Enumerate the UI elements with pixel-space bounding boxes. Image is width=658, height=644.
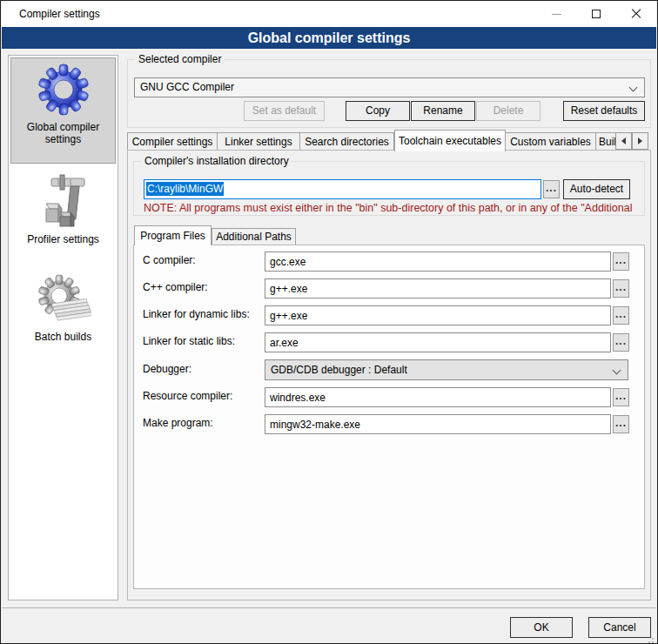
make-program-input[interactable] — [265, 414, 611, 434]
resize-grip[interactable] — [652, 638, 654, 640]
debugger-combobox[interactable]: GDB/CDB debugger : Default — [265, 359, 628, 380]
set-as-default-button[interactable]: Set as default — [244, 101, 325, 121]
caliper-icon — [36, 174, 91, 230]
sidebar-item-label: Global compiler settings — [11, 121, 115, 145]
arrow-left-icon — [621, 138, 626, 144]
page-title: Global compiler settings — [2, 27, 656, 49]
bin-subdirectory-note: NOTE: All programs must exist either in … — [144, 202, 646, 214]
sidebar-item-batch-builds[interactable]: Batch builds — [10, 268, 116, 343]
linker-static-label: Linker for static libs: — [143, 335, 235, 347]
linker-dynamic-label: Linker for dynamic libs: — [143, 308, 250, 320]
resource-compiler-input[interactable] — [265, 387, 611, 407]
linker-static-input[interactable] — [265, 332, 611, 352]
rename-button[interactable]: Rename — [411, 101, 475, 121]
chevron-down-icon — [629, 84, 638, 92]
tab-linker-settings[interactable]: Linker settings — [218, 132, 300, 151]
tab-program-files[interactable]: Program Files — [134, 225, 212, 245]
sidebar-item-label: Batch builds — [35, 331, 91, 343]
linker-static-browse-button[interactable]: ... — [613, 333, 629, 352]
arrow-right-icon — [638, 138, 642, 144]
sidebar-item-global-compiler-settings[interactable]: Global compiler settings — [10, 57, 116, 164]
close-icon — [631, 9, 641, 19]
linker-dynamic-input[interactable] — [265, 305, 611, 325]
copy-button[interactable]: Copy — [346, 101, 410, 121]
maximize-button[interactable] — [576, 1, 616, 27]
tab-additional-paths[interactable]: Additional Paths — [212, 228, 296, 245]
installation-directory-value: C:\raylib\MinGW — [146, 182, 224, 196]
sidebar-item-label: Profiler settings — [27, 233, 99, 245]
browse-directory-button[interactable]: ... — [543, 180, 560, 198]
cpp-compiler-browse-button[interactable]: ... — [613, 279, 629, 298]
cpp-compiler-label: C++ compiler: — [143, 281, 208, 293]
auto-detect-button[interactable]: Auto-detect — [563, 179, 630, 199]
c-compiler-input[interactable] — [265, 252, 611, 272]
close-button[interactable] — [616, 1, 656, 27]
tab-custom-variables[interactable]: Custom variables — [506, 132, 596, 151]
debugger-value: GDB/CDB debugger : Default — [271, 364, 407, 376]
c-compiler-label: C compiler: — [143, 254, 196, 266]
make-program-browse-button[interactable]: ... — [613, 415, 629, 433]
reset-defaults-button[interactable]: Reset defaults — [563, 101, 645, 121]
tab-search-directories[interactable]: Search directories — [300, 132, 394, 151]
resource-compiler-browse-button[interactable]: ... — [613, 388, 629, 406]
delete-button[interactable]: Delete — [476, 101, 540, 121]
blue-gear-icon — [36, 62, 91, 117]
compiler-settings-dialog: Compiler settings Global compiler settin… — [0, 0, 658, 644]
installation-directory-group-label: Compiler's installation directory — [141, 155, 292, 167]
make-program-label: Make program: — [143, 417, 213, 429]
sidebar-item-profiler-settings[interactable]: Profiler settings — [10, 171, 116, 245]
linker-dynamic-browse-button[interactable]: ... — [613, 306, 629, 325]
installation-directory-input[interactable]: C:\raylib\MinGW — [144, 179, 541, 199]
maximize-icon — [592, 10, 601, 18]
chevron-down-icon — [613, 366, 621, 375]
selected-compiler-combobox[interactable]: GNU GCC Compiler — [134, 77, 645, 97]
ok-button[interactable]: OK — [510, 617, 573, 638]
selected-compiler-value: GNU GCC Compiler — [140, 81, 234, 93]
tab-scroll-right-button[interactable] — [632, 132, 648, 150]
gear-stack-icon — [36, 272, 91, 327]
tab-compiler-settings[interactable]: Compiler settings — [127, 132, 218, 151]
cancel-button[interactable]: Cancel — [588, 617, 651, 638]
compiler-tabs: Compiler settings Linker settings Search… — [127, 129, 621, 151]
window-title: Compiler settings — [19, 1, 100, 27]
c-compiler-browse-button[interactable]: ... — [613, 252, 629, 271]
footer-divider — [2, 607, 656, 608]
minimize-icon — [552, 14, 561, 15]
minimize-button[interactable] — [536, 1, 576, 27]
tab-toolchain-executables[interactable]: Toolchain executables — [394, 130, 506, 151]
tab-scroll-left-button[interactable] — [615, 132, 632, 150]
debugger-label: Debugger: — [143, 363, 191, 375]
resource-compiler-label: Resource compiler: — [143, 390, 232, 402]
titlebar[interactable]: Compiler settings — [2, 1, 656, 27]
settings-category-list: Global compiler settings Profiler settin… — [8, 55, 118, 600]
selected-compiler-group-label: Selected compiler — [135, 53, 225, 65]
cpp-compiler-input[interactable] — [265, 278, 611, 299]
